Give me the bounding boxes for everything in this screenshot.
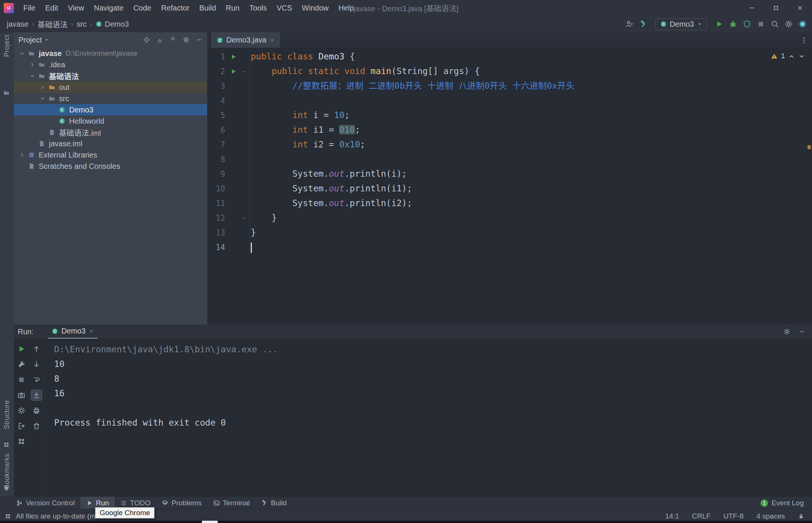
gear-button[interactable] bbox=[16, 405, 27, 416]
menu-file[interactable]: File bbox=[18, 0, 40, 16]
misc-button[interactable] bbox=[798, 20, 807, 28]
arrow-down-button[interactable] bbox=[31, 359, 42, 370]
stop-button[interactable] bbox=[16, 374, 27, 385]
tab-options-icon[interactable] bbox=[800, 36, 808, 44]
tree-item[interactable]: Scratches and Consoles bbox=[14, 161, 207, 172]
menu-navigate[interactable]: Navigate bbox=[89, 0, 129, 16]
code-line[interactable]: 4 bbox=[207, 93, 812, 108]
code-line[interactable]: 10 System.out.println(i1); bbox=[207, 181, 812, 196]
run-console[interactable]: D:\Environment\java\jdk1.8\bin\java.exe … bbox=[44, 339, 812, 497]
collapse-all-button[interactable] bbox=[156, 36, 163, 43]
line-ending-widget[interactable]: CRLF bbox=[692, 512, 711, 520]
toolwindow-version-control[interactable]: Version Control bbox=[11, 497, 80, 509]
tree-chevron[interactable] bbox=[38, 95, 47, 102]
trash-button[interactable] bbox=[31, 421, 42, 431]
gear-button[interactable] bbox=[183, 36, 189, 43]
run-tab-close-icon[interactable] bbox=[89, 329, 94, 334]
code-line[interactable]: 11 System.out.println(i2); bbox=[207, 196, 812, 211]
tree-chevron[interactable] bbox=[28, 73, 37, 79]
tree-chevron[interactable] bbox=[18, 50, 27, 57]
user-button[interactable] bbox=[625, 20, 633, 28]
minus-button[interactable] bbox=[798, 328, 805, 335]
structure-stripe-icon[interactable] bbox=[3, 441, 10, 448]
breadcrumb-item[interactable]: CDemo3 bbox=[95, 20, 129, 29]
code-line[interactable]: 2 public static void main(String[] args)… bbox=[207, 64, 812, 79]
lock-icon[interactable] bbox=[798, 513, 804, 520]
rerun-button[interactable] bbox=[16, 344, 27, 354]
coverage-button[interactable] bbox=[743, 20, 751, 28]
hammer-button[interactable] bbox=[639, 20, 647, 28]
tree-item[interactable]: CHelloworld bbox=[14, 115, 207, 127]
toolwindow-terminal[interactable]: Terminal bbox=[208, 497, 256, 509]
error-stripe-mark[interactable] bbox=[807, 145, 811, 149]
close-button[interactable] bbox=[788, 0, 812, 16]
run-config-combo[interactable]: CDemo3 bbox=[655, 18, 707, 30]
indent-widget[interactable]: 4 spaces bbox=[756, 512, 785, 520]
scroll-end-button[interactable] bbox=[31, 390, 42, 400]
gear-button[interactable] bbox=[783, 328, 790, 335]
tree-item[interactable]: 基础语法.iml bbox=[14, 127, 207, 138]
tree-item[interactable]: javaseD:\Environment\javase bbox=[14, 48, 207, 59]
tree-item[interactable]: 基础语法 bbox=[14, 70, 207, 82]
export-button[interactable] bbox=[16, 421, 27, 431]
menu-run[interactable]: Run bbox=[221, 0, 245, 16]
stripe-project-label[interactable]: Project bbox=[3, 35, 11, 57]
minimize-button[interactable] bbox=[740, 0, 764, 16]
wrench-button[interactable] bbox=[16, 359, 27, 370]
play-icon[interactable] bbox=[230, 53, 237, 60]
bookmarks-stripe-icon[interactable] bbox=[3, 485, 10, 492]
locate-button[interactable] bbox=[143, 36, 150, 43]
play-icon[interactable] bbox=[230, 68, 237, 75]
inspections-widget[interactable]: 1 bbox=[771, 52, 805, 60]
chev-up-s-icon[interactable] bbox=[242, 215, 247, 221]
menu-code[interactable]: Code bbox=[129, 0, 156, 16]
toolwindow-switcher-icon[interactable] bbox=[5, 513, 11, 520]
code-line[interactable]: 12 } bbox=[207, 211, 812, 225]
editor-tab-demo3[interactable]: C Demo3.java bbox=[211, 32, 280, 48]
maximize-button[interactable] bbox=[764, 0, 788, 16]
minus-button[interactable] bbox=[196, 36, 203, 43]
code-line[interactable]: 14 bbox=[207, 240, 812, 255]
breadcrumb-item[interactable]: src bbox=[77, 20, 87, 29]
menu-view[interactable]: View bbox=[63, 0, 89, 16]
tree-item[interactable]: src bbox=[14, 93, 207, 104]
tree-chevron[interactable] bbox=[18, 152, 27, 158]
tree-item[interactable]: out bbox=[14, 82, 207, 93]
event-log-button[interactable]: 1 Event Log bbox=[760, 499, 812, 507]
soft-wrap-button[interactable] bbox=[31, 374, 42, 385]
code-editor[interactable]: 1public class Demo3 {2 public static voi… bbox=[207, 48, 812, 255]
play-button[interactable] bbox=[715, 20, 723, 28]
menu-tools[interactable]: Tools bbox=[244, 0, 272, 16]
camera-button[interactable] bbox=[16, 390, 27, 400]
menu-vcs[interactable]: VCS bbox=[272, 0, 297, 16]
tree-chevron[interactable] bbox=[28, 61, 37, 68]
tree-item[interactable]: javase.iml bbox=[14, 138, 207, 149]
code-line[interactable]: 6 int i1 = 010; bbox=[207, 123, 812, 137]
gear-button[interactable] bbox=[785, 20, 793, 28]
stop-button[interactable] bbox=[757, 20, 765, 28]
stripe-structure-label[interactable]: Structure bbox=[3, 400, 11, 429]
code-line[interactable]: 9 System.out.println(i); bbox=[207, 167, 812, 181]
run-tab-demo3[interactable]: C Demo3 bbox=[48, 324, 97, 339]
menu-window[interactable]: Window bbox=[297, 0, 333, 16]
toolwindow-problems[interactable]: Problems bbox=[156, 497, 207, 509]
project-stripe-icon[interactable] bbox=[3, 89, 10, 96]
breadcrumb-item[interactable]: javase bbox=[7, 20, 29, 29]
caret-position-widget[interactable]: 14:1 bbox=[665, 512, 679, 520]
code-line[interactable]: 3 //整数拓展：进制 二进制0b开头 十进制 八进制0开头 十六进制0x开头 bbox=[207, 79, 812, 93]
prev-warning-icon[interactable] bbox=[788, 53, 795, 60]
code-line[interactable]: 1public class Demo3 { bbox=[207, 49, 812, 64]
tree-item[interactable]: CDemo3 bbox=[14, 104, 207, 115]
project-panel-title[interactable]: Project bbox=[18, 36, 42, 44]
printer-button[interactable] bbox=[31, 405, 42, 416]
tree-chevron[interactable] bbox=[38, 84, 47, 91]
code-line[interactable]: 13} bbox=[207, 225, 812, 240]
chev-down-s-icon[interactable] bbox=[242, 69, 247, 74]
expand-all-button[interactable] bbox=[170, 36, 176, 43]
grid-button[interactable] bbox=[16, 436, 27, 447]
search-button[interactable] bbox=[771, 20, 779, 28]
menu-refactor[interactable]: Refactor bbox=[156, 0, 194, 16]
code-line[interactable]: 7 int i2 = 0x10; bbox=[207, 137, 812, 152]
encoding-widget[interactable]: UTF-8 bbox=[723, 512, 744, 520]
menu-edit[interactable]: Edit bbox=[40, 0, 63, 16]
